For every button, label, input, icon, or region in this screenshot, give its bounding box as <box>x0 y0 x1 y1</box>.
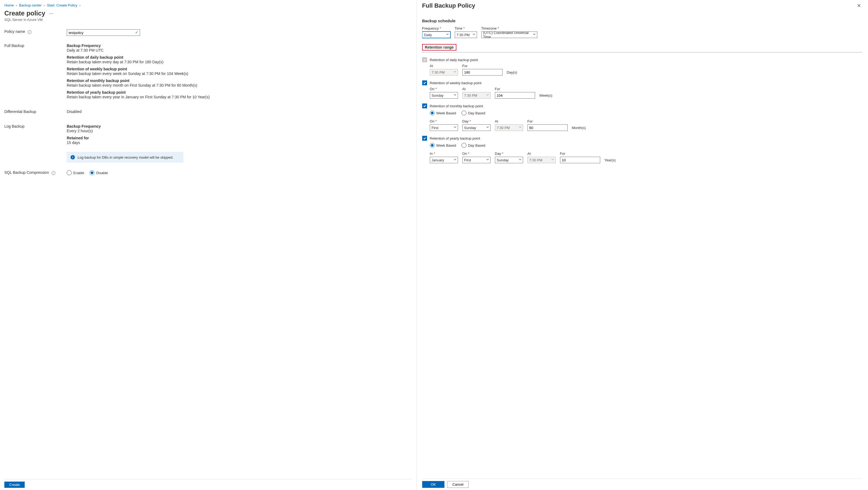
monthly-day-select[interactable]: Sunday <box>462 124 491 131</box>
monthly-day-based-radio[interactable]: Day Based <box>462 111 486 115</box>
weekly-retention-label: Retention of weekly backup point <box>430 81 482 85</box>
timezone-value: (UTC) Coordinated Universal Time <box>483 31 531 39</box>
monthly-unit: Month(s) <box>572 126 586 131</box>
info-icon[interactable]: i <box>28 30 31 34</box>
weekly-at-select: 7:30 PM <box>462 92 491 98</box>
chevron-down-icon <box>519 126 522 129</box>
frequency-select[interactable]: Daily <box>422 31 451 38</box>
monthly-on-value: First <box>432 126 438 130</box>
frequency-value: Daily <box>424 33 432 37</box>
yearly-day-select[interactable]: Sunday <box>495 157 523 163</box>
page-title: Create policy <box>4 9 45 17</box>
retention-weekly-text: Retain backup taken every week on Sunday… <box>67 71 412 76</box>
breadcrumb-create-policy[interactable]: Start: Create Policy <box>47 3 77 7</box>
monthly-day-value: Sunday <box>464 126 476 130</box>
daily-at-value: 7:30 PM <box>432 70 445 75</box>
weekly-on-select[interactable]: Sunday <box>430 92 458 98</box>
log-backup-callout: i Log backup for DBs in simple recovery … <box>67 152 183 163</box>
close-button[interactable]: ✕ <box>856 2 862 9</box>
daily-for-input[interactable] <box>462 69 502 76</box>
yearly-on-select[interactable]: First <box>462 157 491 163</box>
info-icon: i <box>70 155 75 160</box>
yearly-for-input[interactable] <box>560 157 600 163</box>
monthly-week-based-label: Week Based <box>436 111 456 115</box>
monthly-at-select: 7:30 PM <box>495 124 523 131</box>
policy-name-input[interactable] <box>67 29 140 36</box>
yearly-day-based-radio[interactable]: Day Based <box>462 143 486 148</box>
timezone-select[interactable]: (UTC) Coordinated Universal Time <box>482 31 537 38</box>
time-value: 7:30 PM <box>457 33 470 37</box>
yearly-in-label: In <box>430 151 433 156</box>
compression-disable-radio[interactable]: Disable <box>90 170 108 175</box>
yearly-for-label: For <box>560 151 600 156</box>
yearly-day-value: Sunday <box>497 158 509 162</box>
radio-icon <box>462 111 466 115</box>
monthly-for-input[interactable] <box>527 124 568 131</box>
monthly-on-label: On <box>430 119 434 123</box>
retention-yearly-title: Retention of yearly backup point <box>67 90 412 94</box>
right-pane-title: Full Backup Policy <box>422 2 475 9</box>
weekly-retention-checkbox[interactable] <box>422 80 427 85</box>
log-backup-ret-title: Retained for <box>67 136 412 140</box>
chevron-right-icon: › <box>16 3 17 7</box>
time-label: Time <box>455 26 462 30</box>
retention-range-heading: Retention range <box>422 44 457 51</box>
yearly-unit: Year(s) <box>604 158 616 163</box>
retention-yearly-text: Retain backup taken every year in Januar… <box>67 95 412 99</box>
chevron-down-icon <box>533 33 536 36</box>
retention-daily-title: Retention of daily backup point <box>67 55 412 59</box>
info-icon[interactable]: i <box>52 171 55 175</box>
monthly-week-based-radio[interactable]: Week Based <box>430 111 456 115</box>
log-backup-label: Log Backup <box>4 124 24 128</box>
monthly-on-select[interactable]: First <box>430 124 458 131</box>
backup-schedule-heading: Backup schedule <box>422 19 862 23</box>
daily-unit: Day(s) <box>507 70 517 76</box>
monthly-retention-checkbox[interactable] <box>422 104 427 108</box>
log-backup-ret-text: 15 days <box>67 140 412 145</box>
breadcrumb-home[interactable]: Home <box>4 3 14 7</box>
yearly-retention-label: Retention of yearly backup point <box>430 136 480 140</box>
daily-at-select: 7:30 PM <box>430 69 458 76</box>
chevron-right-icon: › <box>44 3 45 7</box>
differential-backup-label: Differential Backup <box>4 110 36 114</box>
weekly-unit: Week(s) <box>539 93 552 98</box>
full-backup-label: Full Backup <box>4 44 24 48</box>
left-pane: Home › Backup center › Start: Create Pol… <box>0 0 417 490</box>
sql-compression-label: SQL Backup Compression <box>4 170 49 175</box>
monthly-at-label: At <box>495 119 523 123</box>
differential-backup-value: Disabled <box>67 110 412 114</box>
daily-at-label: At <box>430 64 458 68</box>
time-select[interactable]: 7:30 PM <box>455 31 477 38</box>
retention-weekly-title: Retention of weekly backup point <box>67 67 412 71</box>
chevron-down-icon <box>551 158 554 161</box>
policy-name-label: Policy name <box>4 29 25 34</box>
chevron-down-icon <box>454 70 456 74</box>
compression-disable-label: Disable <box>96 171 108 175</box>
chevron-right-icon: › <box>80 3 81 7</box>
frequency-label: Frequency <box>422 26 439 30</box>
yearly-day-label: Day <box>495 151 501 156</box>
weekly-at-label: At <box>462 87 491 91</box>
yearly-in-value: January <box>432 158 444 162</box>
weekly-on-label: On <box>430 87 434 91</box>
ok-button[interactable]: OK <box>422 481 445 488</box>
chevron-down-icon <box>486 126 489 129</box>
yearly-week-based-radio[interactable]: Week Based <box>430 143 456 148</box>
breadcrumbs: Home › Backup center › Start: Create Pol… <box>4 2 412 8</box>
weekly-for-input[interactable] <box>495 92 535 98</box>
radio-icon <box>67 170 72 175</box>
retention-monthly-text: Retain backup taken every month on First… <box>67 83 412 87</box>
cancel-button[interactable]: Cancel <box>447 481 468 488</box>
yearly-retention-checkbox[interactable] <box>422 136 427 141</box>
yearly-in-select[interactable]: January <box>430 157 458 163</box>
full-backup-freq-text: Daily at 7:30 PM UTC <box>67 48 412 52</box>
create-button[interactable]: Create <box>4 482 25 488</box>
timezone-label: Timezone <box>482 26 497 30</box>
breadcrumb-backup-center[interactable]: Backup center <box>19 3 41 7</box>
monthly-at-value: 7:30 PM <box>497 126 510 130</box>
compression-enable-radio[interactable]: Enable <box>67 170 84 175</box>
radio-icon <box>430 111 435 115</box>
full-backup-freq-title: Backup Frequency <box>67 44 412 48</box>
yearly-on-value: First <box>464 158 471 162</box>
more-actions-button[interactable]: ⋯ <box>48 11 55 16</box>
